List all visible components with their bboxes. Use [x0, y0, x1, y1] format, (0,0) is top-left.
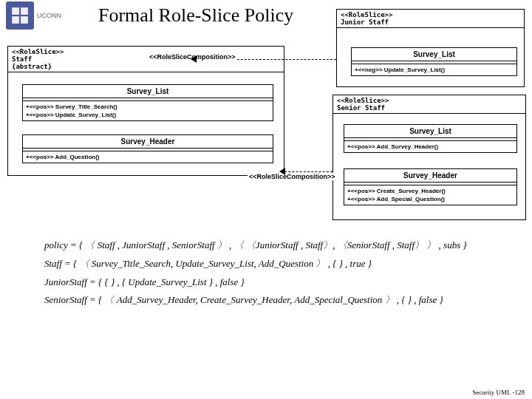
composition-label: <<RoleSliceComposition>>	[248, 173, 337, 180]
role-name: Senior Staff	[337, 104, 522, 112]
svg-rect-1	[21, 7, 28, 15]
class-staff-survey-list: Survey_List +<<pos>> Survey_Title_Search…	[22, 84, 273, 121]
formula-policy: policy = { 〈 Staff , JuniorStaff , Senio…	[44, 238, 488, 253]
svg-rect-3	[21, 16, 28, 24]
class-name: Survey_Header	[23, 135, 273, 149]
op: +<<pos>> Create_Survey_Header()	[347, 187, 514, 195]
class-junior-survey-list: Survey_List +<<neg>> Update_Survey_List(…	[351, 47, 517, 76]
class-name: Survey_Header	[344, 169, 516, 183]
arrow-icon	[279, 168, 285, 175]
arrow-icon	[191, 55, 197, 63]
brand-label: UCONN	[37, 12, 61, 19]
formula-block: policy = { 〈 Staff , JuniorStaff , Senio…	[0, 231, 532, 316]
formula-senior: SeniorStaff = { 〈 Add_Survey_Header, Cre…	[44, 293, 488, 308]
page-title: Formal Role-Slice Policy	[98, 4, 293, 27]
class-name: Survey_List	[23, 85, 273, 98]
class-name: Survey_List	[344, 125, 516, 138]
op: +<<pos>> Add_Question()	[23, 151, 273, 163]
op: +<<pos>> Add_Survey_Header()	[344, 141, 516, 152]
op: +<<pos>> Update_Survey_List()	[26, 111, 270, 119]
role-name: Junior Staff	[341, 18, 520, 26]
class-staff-survey-header: Survey_Header +<<pos>> Add_Question()	[22, 134, 273, 163]
class-senior-survey-header: Survey_Header +<<pos>> Create_Survey_Hea…	[344, 168, 517, 205]
class-ops: +<<neg>> Update_Survey_List()	[352, 64, 516, 75]
stereotype: <<RoleSlice>>	[341, 11, 520, 18]
uconn-logo	[6, 1, 34, 30]
role-modifier: {abstract}	[12, 63, 280, 70]
formula-staff: Staff = { 〈 Survey_Title_Search, Update_…	[44, 256, 488, 272]
footer-label: Security UML -128	[472, 389, 525, 396]
svg-rect-2	[12, 16, 19, 24]
op: +<<pos>> Add_Special_Question()	[347, 195, 514, 203]
svg-rect-0	[12, 7, 19, 15]
class-senior-survey-list: Survey_List +<<pos>> Add_Survey_Header()	[344, 124, 517, 153]
formula-junior: JuniorStaff = { { } , { Update_Survey_Li…	[44, 275, 488, 290]
stereotype: <<RoleSlice>>	[337, 97, 522, 104]
op: +<<pos>> Survey_Title_Search()	[26, 103, 270, 111]
uml-diagram: <<RoleSlice>> Junior Staff Survey_List +…	[0, 31, 532, 231]
composition-line-bottom	[284, 171, 332, 172]
class-name: Survey_List	[352, 48, 516, 61]
stereotype: <<RoleSlice>>	[12, 48, 280, 55]
